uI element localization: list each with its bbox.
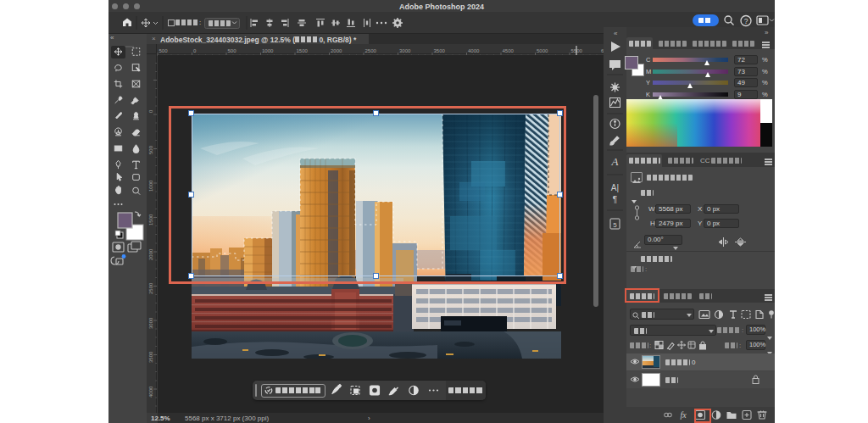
svg-text:fx: fx	[680, 410, 687, 420]
svg-text:1000: 1000	[148, 180, 153, 192]
svg-text:3000: 3000	[148, 317, 153, 329]
svg-text:500: 500	[228, 48, 237, 53]
svg-text:0: 0	[148, 109, 153, 113]
svg-text:A|: A|	[611, 183, 619, 192]
svg-text:500: 500	[148, 145, 153, 154]
svg-text:0: 0	[193, 48, 197, 53]
svg-text:2500: 2500	[365, 48, 377, 53]
svg-text:3500: 3500	[434, 48, 446, 53]
svg-text:2500: 2500	[148, 282, 153, 294]
svg-text:5500: 5500	[571, 48, 583, 53]
svg-text:500: 500	[159, 48, 169, 53]
svg-text:¶: ¶	[613, 195, 617, 204]
svg-text:?: ?	[744, 17, 748, 25]
svg-text:3000: 3000	[399, 48, 411, 53]
svg-text:A: A	[611, 155, 619, 168]
svg-text:4000: 4000	[468, 48, 480, 53]
svg-text:1000: 1000	[262, 48, 274, 53]
svg-text:4000: 4000	[148, 386, 153, 398]
svg-text:4500: 4500	[503, 48, 515, 53]
svg-text:5: 5	[613, 221, 617, 229]
svg-text:1500: 1500	[297, 48, 309, 53]
svg-text:2000: 2000	[331, 48, 342, 53]
svg-text:2000: 2000	[148, 248, 153, 260]
svg-text:5000: 5000	[537, 48, 548, 53]
svg-text:3500: 3500	[148, 351, 153, 363]
svg-text:1500: 1500	[148, 214, 153, 225]
